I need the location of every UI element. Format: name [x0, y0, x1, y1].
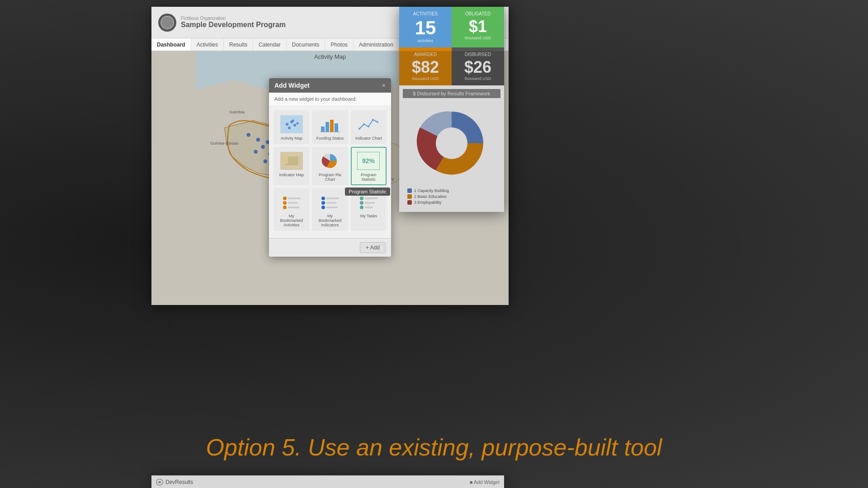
svg-rect-31 — [330, 120, 334, 132]
svg-rect-50 — [288, 206, 299, 208]
widget-indicator-chart-icon — [357, 114, 380, 134]
svg-point-47 — [283, 201, 287, 205]
svg-rect-32 — [335, 123, 338, 132]
svg-point-51 — [321, 197, 325, 200]
svg-point-38 — [377, 121, 378, 123]
svg-point-23 — [286, 123, 288, 126]
widget-bookmarked-activities-icon — [280, 192, 303, 212]
widget-program-pie-chart[interactable]: Program Pie Chart — [312, 147, 348, 185]
nav-results[interactable]: Results — [224, 38, 253, 51]
nav-dashboard[interactable]: Dashboard — [151, 38, 191, 51]
svg-point-59 — [360, 201, 363, 205]
nav-documents[interactable]: Documents — [287, 38, 326, 51]
stat-activities-label: Activities — [404, 11, 447, 16]
modal-header: Add Widget × — [269, 78, 391, 93]
widget-activity-map-icon — [280, 114, 303, 134]
stat-obligated-label: Obligated — [456, 11, 500, 16]
stat-activities-unit: activities — [404, 38, 447, 43]
widget-program-pie-chart-label: Program Pie Chart — [316, 173, 344, 182]
nav-photos[interactable]: Photos — [325, 38, 353, 51]
widget-bookmarked-activities[interactable]: My Bookmarked Activities — [274, 188, 309, 231]
bottom-caption: Option 5. Use an existing, purpose-built… — [0, 434, 868, 461]
modal-body: Activity Map — [269, 106, 391, 238]
org-name-large: Sample Development Program — [181, 21, 405, 29]
add-widget-modal: Add Widget × Add a new widget to your da… — [269, 78, 391, 257]
widget-funding-status[interactable]: Funding Status — [312, 110, 348, 144]
svg-point-34 — [359, 128, 360, 130]
widget-indicator-map[interactable]: Indicator Map — [274, 147, 309, 185]
widget-program-statistic[interactable]: 92% Program Statistic Program Statistic — [351, 147, 387, 185]
nav-administration[interactable]: Administration — [354, 38, 399, 51]
svg-point-35 — [363, 123, 365, 125]
stat-tile-activities: Activities 15 activities — [399, 7, 452, 47]
app-footer: DevResults ■ Add Widget — [151, 475, 504, 488]
svg-rect-56 — [326, 206, 338, 208]
widget-bookmarked-indicators-icon — [319, 192, 341, 212]
widget-funding-status-label: Funding Status — [316, 136, 344, 141]
widget-bookmarked-indicators[interactable]: My Bookmarked Indicators — [312, 188, 348, 231]
modal-subtitle: Add a new widget to your dashboard: — [269, 93, 391, 106]
org-info: Fictitious Organization Sample Developme… — [181, 16, 405, 29]
svg-point-61 — [360, 206, 363, 209]
svg-text:92%: 92% — [362, 157, 375, 164]
org-logo-inner — [160, 16, 174, 29]
widget-bookmarked-activities-label: My Bookmarked Activities — [277, 214, 306, 227]
modal-close-button[interactable]: × — [382, 82, 386, 89]
add-widget-button[interactable]: + Add — [360, 242, 386, 253]
widget-activity-map[interactable]: Activity Map — [274, 110, 309, 144]
app-window: Fictitious Organization Sample Developme… — [151, 7, 509, 305]
svg-rect-54 — [326, 202, 336, 204]
svg-point-57 — [360, 197, 363, 200]
svg-rect-52 — [326, 197, 339, 199]
svg-rect-58 — [365, 197, 377, 199]
stat-activities-value: 15 — [404, 19, 447, 38]
svg-point-49 — [283, 206, 287, 209]
widget-grid: Activity Map — [274, 110, 387, 185]
widget-program-statistic-icon: 92% — [357, 150, 380, 171]
footer-logo-text: DevResults — [165, 479, 193, 485]
svg-rect-41 — [283, 155, 288, 164]
widget-indicator-map-icon — [280, 150, 303, 171]
svg-rect-30 — [326, 122, 329, 132]
widget-indicator-map-label: Indicator Map — [279, 173, 304, 177]
modal-footer: + Add — [269, 238, 391, 257]
svg-rect-29 — [321, 127, 325, 132]
widget-bookmarked-indicators-label: My Bookmarked Indicators — [316, 214, 344, 227]
stat-obligated-unit: thousand USD — [456, 36, 500, 40]
svg-point-28 — [296, 122, 298, 124]
widget-indicator-chart-label: Indicator Chart — [355, 136, 382, 141]
widget-program-statistic-label: Program Statistic — [354, 173, 383, 182]
svg-rect-46 — [288, 197, 301, 199]
org-name-small: Fictitious Organization — [181, 16, 405, 21]
map-area: Activity Map — [151, 51, 509, 305]
svg-rect-60 — [365, 202, 375, 204]
nav-activities[interactable]: Activities — [191, 38, 224, 51]
footer-logo: DevResults — [156, 479, 193, 486]
program-statistic-tooltip: Program Statistic — [345, 188, 390, 196]
svg-point-53 — [321, 201, 325, 205]
widget-my-tasks-label: My Tasks — [360, 214, 377, 218]
svg-rect-48 — [288, 202, 298, 204]
stat-obligated-value: $1 — [456, 19, 500, 35]
devresults-logo-icon — [156, 479, 163, 486]
widget-program-pie-chart-icon — [319, 150, 341, 171]
nav-calendar[interactable]: Calendar — [253, 38, 287, 51]
stat-tile-obligated: Obligated $1 thousand USD — [452, 7, 504, 47]
svg-rect-22 — [280, 115, 303, 133]
svg-point-37 — [372, 119, 374, 121]
svg-point-26 — [288, 127, 291, 129]
modal-title: Add Widget — [274, 82, 310, 89]
widget-funding-status-icon — [319, 114, 341, 134]
svg-point-36 — [368, 126, 369, 127]
modal-overlay: Add Widget × Add a new widget to your da… — [151, 51, 509, 305]
widget-activity-map-label: Activity Map — [280, 136, 302, 141]
widget-indicator-chart[interactable]: Indicator Chart — [351, 110, 387, 144]
svg-rect-62 — [365, 206, 373, 208]
footer-add-widget-button[interactable]: ■ Add Widget — [470, 479, 500, 485]
org-logo — [158, 14, 176, 32]
svg-point-27 — [292, 119, 294, 122]
svg-point-55 — [321, 206, 325, 209]
svg-point-45 — [283, 197, 287, 200]
svg-point-25 — [293, 124, 296, 127]
